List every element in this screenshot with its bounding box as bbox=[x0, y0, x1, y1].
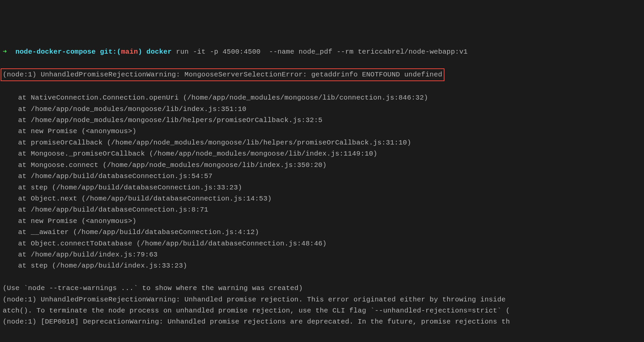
stack-frame: at Object.connectToDatabase (/home/app/b… bbox=[3, 238, 641, 249]
warning-line: (Use `node --trace-warnings ...` to show… bbox=[3, 283, 641, 294]
command-args: run -it -p 4500:4500 --name node_pdf --r… bbox=[176, 48, 468, 56]
stack-frame: at Mongoose.connect (/home/app/node_modu… bbox=[3, 160, 641, 171]
stack-frame: at /home/app/build/databaseConnection.js… bbox=[3, 171, 641, 182]
command-name: docker bbox=[147, 48, 172, 56]
stack-trace: at NativeConnection.Connection.openUri (… bbox=[3, 92, 641, 272]
warning-line: (node:1) [DEP0018] DeprecationWarning: U… bbox=[3, 316, 641, 327]
stack-frame: at step (/home/app/build/index.js:33:23) bbox=[3, 260, 641, 271]
prompt-cwd: node-docker-compose bbox=[15, 48, 96, 56]
prompt-git-label: git: bbox=[100, 48, 117, 56]
footer-warnings: (Use `node --trace-warnings ...` to show… bbox=[3, 283, 641, 328]
stack-frame: at Object.next (/home/app/build/database… bbox=[3, 193, 641, 204]
stack-frame: at /home/app/node_modules/mongoose/lib/h… bbox=[3, 115, 641, 126]
stack-frame: at new Promise (<anonymous>) bbox=[3, 126, 641, 137]
prompt-paren-close: ) bbox=[138, 48, 142, 56]
warning-line: (node:1) UnhandledPromiseRejectionWarnin… bbox=[3, 294, 641, 305]
stack-frame: at __awaiter (/home/app/build/databaseCo… bbox=[3, 227, 641, 238]
warning-line: atch(). To terminate the node process on… bbox=[3, 305, 641, 316]
stack-frame: at step (/home/app/build/databaseConnect… bbox=[3, 182, 641, 193]
error-highlight-box: (node:1) UnhandledPromiseRejectionWarnin… bbox=[1, 68, 444, 81]
prompt-arrow-icon: ➜ bbox=[3, 48, 7, 56]
prompt-git-branch: main bbox=[121, 48, 138, 56]
stack-frame: at /home/app/build/databaseConnection.js… bbox=[3, 204, 641, 215]
stack-frame: at Mongoose._promiseOrCallback (/home/ap… bbox=[3, 148, 641, 159]
stack-frame: at /home/app/node_modules/mongoose/lib/i… bbox=[3, 104, 641, 115]
prompt-line[interactable]: ➜ node-docker-compose git:(main) docker … bbox=[3, 46, 641, 57]
stack-frame: at NativeConnection.Connection.openUri (… bbox=[3, 92, 641, 103]
error-highlight-line: (node:1) UnhandledPromiseRejectionWarnin… bbox=[3, 68, 641, 81]
stack-frame: at promiseOrCallback (/home/app/node_mod… bbox=[3, 137, 641, 148]
prompt-paren-open: ( bbox=[117, 48, 121, 56]
stack-frame: at /home/app/build/index.js:79:63 bbox=[3, 249, 641, 260]
stack-frame: at new Promise (<anonymous>) bbox=[3, 216, 641, 227]
